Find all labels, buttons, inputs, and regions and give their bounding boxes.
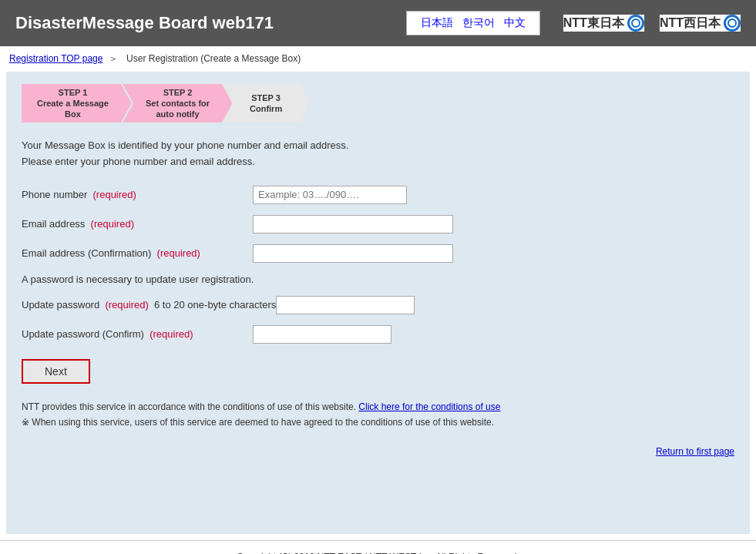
password-confirm-row: Update password (Confirm) (required) [22, 325, 734, 344]
steps-indicator: STEP 1 Create a MessageBox STEP 2 Set co… [22, 84, 734, 123]
app-title: DisasterMessage Board web171 [15, 13, 406, 33]
registration-form: Phone number (required) Email address (r… [22, 186, 734, 344]
step-3: STEP 3 Confirm [223, 84, 308, 123]
breadcrumb: Registration TOP page ＞ User Registratio… [0, 46, 756, 72]
email-input[interactable] [253, 215, 453, 233]
password-confirm-required: (required) [150, 328, 193, 340]
ntt-east-icon [627, 15, 644, 32]
email-confirm-required: (required) [157, 247, 200, 259]
step2-label: Set contacts forauto notify [146, 98, 210, 120]
password-confirm-input[interactable] [253, 325, 391, 344]
breadcrumb-separator: ＞ [109, 53, 120, 64]
lang-japanese[interactable]: 日本語 [421, 16, 453, 29]
ntt-logos: NTT東日本 NTT西日本 [563, 15, 741, 32]
step-1: STEP 1 Create a MessageBox [22, 84, 132, 123]
breadcrumb-home[interactable]: Registration TOP page [9, 53, 102, 64]
phone-required: (required) [93, 189, 136, 200]
phone-label: Phone number (required) [22, 189, 253, 200]
breadcrumb-current: User Registration (Create a Message Box) [126, 53, 301, 64]
password-row: Update password (required) 6 to 20 one-b… [22, 296, 734, 314]
ntt-west-icon [724, 15, 741, 32]
email-required: (required) [91, 218, 134, 230]
return-link-wrapper: Return to first page [22, 445, 734, 457]
email-confirm-label: Email address (Confirmation) (required) [22, 247, 253, 259]
step1-number: STEP 1 [37, 87, 109, 98]
conditions-link[interactable]: Click here for the conditions of use [358, 401, 500, 412]
email-confirm-row: Email address (Confirmation) (required) [22, 244, 734, 263]
lang-korean[interactable]: 한국어 [462, 16, 495, 29]
next-button[interactable]: Next [22, 359, 90, 384]
phone-row: Phone number (required) [22, 186, 734, 204]
step3-label: Confirm [250, 103, 282, 114]
copyright: Copyright (C) 2012 NTT EAST / NTT WEST I… [0, 540, 756, 554]
footer-note: NTT provides this service in accordance … [22, 399, 734, 431]
email-label: Email address (required) [22, 218, 253, 230]
email-confirm-input[interactable] [253, 244, 453, 263]
language-selector: 日本語 한국어 中文 [406, 11, 540, 35]
password-label: Update password (required) 6 to 20 one-b… [22, 299, 276, 311]
step1-label: Create a MessageBox [37, 98, 109, 120]
password-note: A password is necessary to update user r… [22, 274, 734, 285]
lang-chinese[interactable]: 中文 [504, 16, 526, 29]
step2-number: STEP 2 [146, 87, 210, 98]
description-line2: Please enter your phone number and email… [22, 154, 734, 170]
step-2: STEP 2 Set contacts forauto notify [123, 84, 233, 123]
password-input[interactable] [276, 296, 415, 314]
ntt-west-logo: NTT西日本 [660, 15, 741, 32]
next-button-wrapper: Next [22, 359, 734, 384]
header: DisasterMessage Board web171 日本語 한국어 中文 … [0, 0, 756, 46]
email-row: Email address (required) [22, 215, 734, 233]
footer-line1: NTT provides this service in accordance … [22, 399, 734, 415]
password-confirm-label: Update password (Confirm) (required) [22, 328, 253, 340]
ntt-east-logo: NTT東日本 [563, 15, 644, 32]
description: Your Message Box is identified by your p… [22, 138, 734, 170]
phone-input[interactable] [253, 186, 407, 204]
footer-line2: ※ When using this service, users of this… [22, 415, 734, 430]
password-required: (required) [105, 299, 148, 311]
return-first-page-link[interactable]: Return to first page [656, 446, 734, 457]
description-line1: Your Message Box is identified by your p… [22, 138, 734, 154]
step3-number: STEP 3 [250, 92, 282, 103]
main-content: STEP 1 Create a MessageBox STEP 2 Set co… [6, 72, 750, 534]
